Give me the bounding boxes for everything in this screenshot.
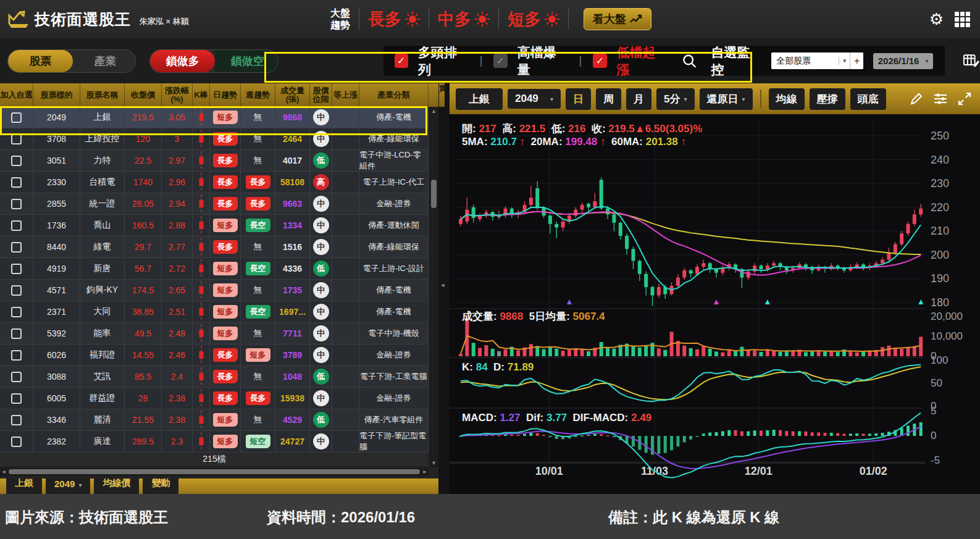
ma-lines-button[interactable]: 均線 xyxy=(769,88,805,110)
column-header[interactable]: 股票標的 xyxy=(33,83,80,107)
support-resistance-button[interactable]: 壓撐 xyxy=(810,88,845,110)
period-minute-select[interactable]: 5分▾ xyxy=(656,88,695,110)
scrollbar-thumb[interactable] xyxy=(431,180,437,208)
watchlist-select[interactable]: 全部股票 ▾ + xyxy=(771,52,863,69)
column-header[interactable]: 收盤價 xyxy=(125,83,162,107)
table-edit-icon[interactable] xyxy=(962,52,980,70)
cell-add-watch[interactable] xyxy=(0,236,33,257)
search-icon[interactable] xyxy=(682,53,697,69)
cell-add-watch[interactable] xyxy=(0,301,33,322)
scroll-right-icon[interactable]: ► xyxy=(421,469,429,475)
column-header[interactable]: 股價 位階 xyxy=(310,83,332,107)
add-watch-checkbox[interactable] xyxy=(11,134,22,144)
bottom-tab-stock[interactable]: 上銀 xyxy=(6,478,42,494)
tab-stocks[interactable]: 股票 xyxy=(8,50,73,72)
scroll-down-icon[interactable]: ▼ xyxy=(429,460,438,466)
table-row[interactable]: 3088艾訊85.52.4長多無1048低電子下游-工業電腦 xyxy=(0,366,429,388)
cell-add-watch[interactable] xyxy=(0,431,33,452)
column-header[interactable]: 成交量 (張) xyxy=(275,83,310,107)
scrollbar-thumb[interactable] xyxy=(9,469,420,474)
cell-add-watch[interactable] xyxy=(0,258,33,279)
table-row[interactable]: 6005群益證282.38長多長多15938中金融-證券 xyxy=(0,388,429,409)
chart-body[interactable]: 10/0111/0312/0101/0225024023022021020019… xyxy=(450,114,980,494)
chart-stock-name[interactable]: 上銀 xyxy=(456,88,503,110)
chart-stock-code-select[interactable]: 2049▾ xyxy=(508,89,561,109)
scroll-left-icon[interactable]: ◄ xyxy=(0,469,7,475)
cell-add-watch[interactable] xyxy=(0,345,33,366)
column-header[interactable]: 日趨勢 xyxy=(210,83,241,107)
table-row[interactable]: 3051力特22.52.97長多無4017低電子中游-LCD-零組件 xyxy=(0,150,429,172)
add-watch-checkbox[interactable] xyxy=(11,156,22,166)
view-market-button[interactable]: 看大盤 xyxy=(584,8,651,30)
cell-add-watch[interactable] xyxy=(0,323,33,344)
add-watch-checkbox[interactable] xyxy=(11,350,22,361)
table-row[interactable]: 2049上銀219.53.05短多無9868中傳產-電機 xyxy=(0,107,429,128)
add-watch-checkbox[interactable] xyxy=(11,393,22,404)
column-header[interactable]: 週趨勢 xyxy=(241,83,275,107)
column-header[interactable]: 股票名稱 xyxy=(80,83,125,107)
table-row[interactable]: 5392能率49.52.48短多無7711中電子中游-機殼 xyxy=(0,323,429,345)
add-watch-checkbox[interactable] xyxy=(11,415,22,425)
price-chart[interactable]: 10/0111/0312/0101/0225024023022021020019… xyxy=(450,114,980,485)
add-watch-checkbox[interactable] xyxy=(11,437,22,447)
cell-add-watch[interactable] xyxy=(0,409,33,430)
add-watch-checkbox[interactable] xyxy=(11,220,22,231)
table-row[interactable]: 1736喬山160.52.88短多長空1334中傳產-運動休閒 xyxy=(0,215,429,236)
checkbox-bull-alignment[interactable]: ✓ xyxy=(395,54,408,68)
column-header[interactable]: 產業分類 xyxy=(359,83,429,107)
tab-industry[interactable]: 產業 xyxy=(73,50,136,72)
table-row[interactable]: 4571鈞興-KY174.52.65短多無1735中傳產-電機 xyxy=(0,280,429,301)
period-day-button[interactable]: 日 xyxy=(566,88,591,110)
panel-splitter[interactable]: 賣 ◂ xyxy=(438,83,450,494)
draw-pencil-icon[interactable] xyxy=(910,92,923,106)
tab-lock-short[interactable]: 鎖做空 xyxy=(215,50,278,72)
date-select[interactable]: 2026/1/16 ▾ xyxy=(873,53,934,69)
vertical-scrollbar[interactable]: ▲ ▼ xyxy=(429,107,438,467)
table-row[interactable]: 6026福邦證14.552.46長多短多3789中金融-證券 xyxy=(0,345,429,366)
restore-kline-select[interactable]: 還原日▾ xyxy=(700,88,753,110)
bottom-tab-ma-price[interactable]: 均線價 xyxy=(94,478,139,494)
add-watch-checkbox[interactable] xyxy=(11,372,22,382)
add-watch-checkbox[interactable] xyxy=(11,112,22,123)
cell-add-watch[interactable] xyxy=(0,193,33,214)
add-watch-checkbox[interactable] xyxy=(11,199,22,209)
table-row[interactable]: 2855統一證28.052.94長多長多9663中金融-證券 xyxy=(0,193,429,215)
cell-add-watch[interactable] xyxy=(0,366,33,387)
add-watch-checkbox[interactable] xyxy=(11,285,22,296)
horizontal-scrollbar[interactable]: ◄ ► xyxy=(0,467,429,476)
tab-lock-long[interactable]: 鎖做多 xyxy=(150,50,215,72)
column-header[interactable]: 等上漲 xyxy=(332,83,359,107)
bottom-tab-change[interactable]: 變動 xyxy=(143,478,178,494)
table-row[interactable]: 3708上緯投控1203長多無2464中傳產-綠能環保 xyxy=(0,128,429,150)
cell-add-watch[interactable] xyxy=(0,388,33,409)
cell-add-watch[interactable] xyxy=(0,172,33,193)
table-row[interactable]: 3346麗清21.552.38短多無4529低傳產-汽車零組件 xyxy=(0,409,429,431)
top-bottom-button[interactable]: 頭底 xyxy=(850,88,886,110)
add-watch-checkbox[interactable] xyxy=(11,328,22,339)
column-header[interactable]: 漲跌幅 (%) xyxy=(162,83,193,107)
column-header[interactable]: K棒 xyxy=(193,83,210,107)
add-watch-checkbox[interactable] xyxy=(11,242,22,253)
apps-grid-icon[interactable] xyxy=(955,12,970,27)
cell-add-watch[interactable] xyxy=(0,150,33,171)
table-row[interactable]: 4919新唐56.72.72短多長空4336低電子上游-IC-設計 xyxy=(0,258,429,280)
settings-gear-icon[interactable]: ⚙ xyxy=(929,10,944,29)
cell-add-watch[interactable] xyxy=(0,128,33,149)
add-watchlist-button[interactable]: + xyxy=(850,52,863,69)
bottom-tab-code[interactable]: 2049▾ xyxy=(46,478,90,494)
collapse-arrow-icon[interactable]: ◂ xyxy=(441,281,445,289)
table-row[interactable]: 8440綠電29.72.77長多無1516中傳產-綠能環保 xyxy=(0,236,429,258)
period-month-button[interactable]: 月 xyxy=(626,88,651,110)
checkbox-high-volume[interactable]: ✓ xyxy=(493,54,507,68)
scroll-up-icon[interactable]: ▲ xyxy=(429,108,438,114)
add-watch-checkbox[interactable] xyxy=(11,307,22,317)
add-watch-checkbox[interactable] xyxy=(11,264,22,274)
cell-add-watch[interactable] xyxy=(0,215,33,236)
column-header[interactable]: 加入自選 xyxy=(0,83,33,107)
indicator-settings-icon[interactable] xyxy=(933,92,948,106)
table-row[interactable]: 2330台積電17402.96長多長多58108高電子上游-IC-代工 xyxy=(0,172,429,193)
fullscreen-icon[interactable] xyxy=(958,92,971,106)
add-watch-checkbox[interactable] xyxy=(11,177,22,188)
period-week-button[interactable]: 周 xyxy=(596,88,621,110)
cell-add-watch[interactable] xyxy=(0,107,33,128)
